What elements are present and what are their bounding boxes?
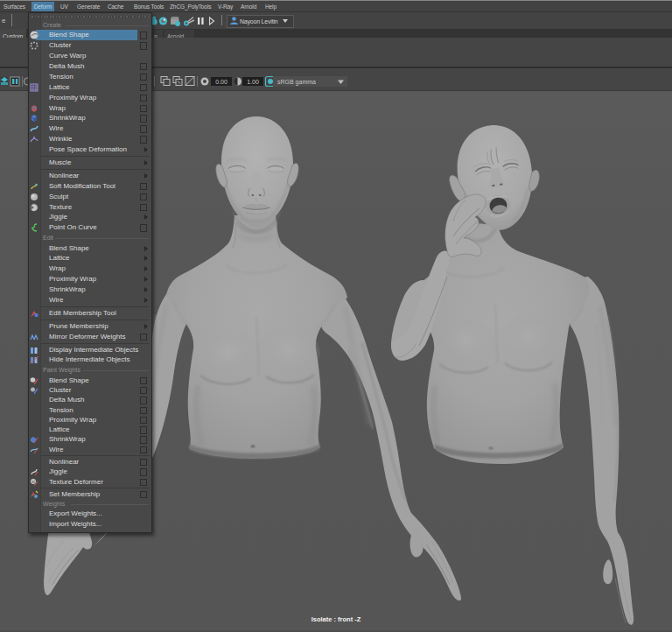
svg-text:sRGB gamma: sRGB gamma [277, 79, 316, 86]
svg-text:0.00: 0.00 [215, 79, 228, 85]
svg-text:1.00: 1.00 [247, 79, 259, 85]
